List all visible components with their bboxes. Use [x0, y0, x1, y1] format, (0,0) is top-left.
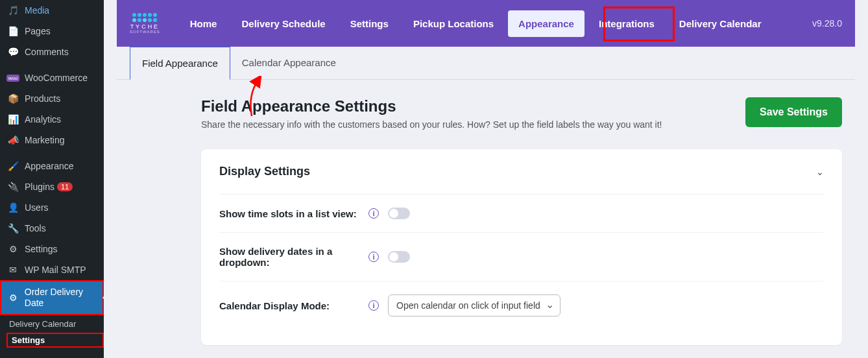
nav-settings[interactable]: Settings — [340, 10, 399, 37]
sidebar-label: Plugins — [25, 182, 54, 192]
save-settings-button[interactable]: Save Settings — [745, 97, 842, 127]
pages-icon: 📄 — [6, 26, 19, 36]
sidebar-item-comments[interactable]: 💬 Comments — [0, 42, 104, 62]
plugins-badge: 11 — [57, 182, 73, 191]
toggle-dropdown-dates[interactable] — [388, 251, 410, 263]
sidebar-item-tools[interactable]: 🔧 Tools — [0, 218, 104, 239]
setting-label: Show time slots in a list view: — [219, 208, 368, 219]
info-icon[interactable]: i — [368, 300, 379, 311]
marketing-icon: 📣 — [6, 135, 19, 145]
sidebar-label: Marketing — [25, 135, 64, 145]
panel-title: Display Settings — [219, 165, 310, 178]
calendar-mode-select[interactable]: Open calendar on click of input field — [388, 294, 561, 316]
sidebar-label: Appearance — [25, 161, 74, 171]
analytics-icon: 📊 — [6, 114, 19, 125]
sidebar-sub-settings[interactable]: Settings — [6, 333, 104, 348]
sidebar-item-wp-mail-smtp[interactable]: ✉ WP Mail SMTP — [0, 259, 104, 280]
sidebar-label: Analytics — [25, 114, 61, 125]
chevron-down-icon: ⌄ — [816, 167, 824, 177]
nav-pickup-locations[interactable]: Pickup Locations — [403, 10, 504, 37]
plugin-nav: Home Delivery Schedule Settings Pickup L… — [180, 10, 772, 37]
annotation-arrow — [136, 80, 868, 97]
wp-admin-sidebar: 🎵 Media 📄 Pages 💬 Comments woo WooCommer… — [0, 0, 104, 358]
arrow-icon — [247, 76, 272, 121]
sidebar-label: Users — [25, 202, 49, 213]
gear-icon: ⚙ — [8, 292, 19, 303]
sidebar-label: Products — [25, 93, 60, 104]
sidebar-sub-delivery-calendar[interactable]: Delivery Calendar — [0, 315, 104, 333]
plugins-icon: 🔌 — [6, 182, 19, 192]
appearance-icon: 🖌️ — [6, 161, 19, 171]
products-icon: 📦 — [6, 93, 19, 104]
sidebar-label: Order Delivery Date — [25, 287, 96, 309]
users-icon: 👤 — [6, 202, 19, 213]
subtabs: Field Appearance Calendar Appearance — [117, 47, 855, 80]
nav-home[interactable]: Home — [180, 10, 228, 37]
sidebar-item-marketing[interactable]: 📣 Marketing — [0, 130, 104, 150]
sidebar-label: Comments — [25, 47, 69, 57]
setting-row-calendar-mode: Calendar Display Mode: i Open calendar o… — [219, 281, 824, 329]
toggle-time-slots[interactable] — [388, 208, 410, 219]
woo-icon: woo — [6, 75, 19, 82]
display-settings-panel: Display Settings ⌄ Show time slots in a … — [201, 149, 842, 345]
sidebar-item-woocommerce[interactable]: woo WooCommerce — [0, 67, 104, 88]
sidebar-label: WooCommerce — [25, 73, 88, 83]
settings-icon: ⚙ — [6, 244, 19, 254]
nav-appearance[interactable]: Appearance — [508, 10, 585, 37]
nav-delivery-schedule[interactable]: Delivery Schedule — [231, 10, 335, 37]
subtab-field-appearance[interactable]: Field Appearance — [130, 47, 230, 80]
sidebar-label: WP Mail SMTP — [25, 265, 86, 275]
sidebar-item-media[interactable]: 🎵 Media — [0, 0, 104, 21]
tools-icon: 🔧 — [6, 223, 19, 233]
sidebar-label: Media — [25, 5, 49, 16]
nav-delivery-calendar[interactable]: Delivery Calendar — [669, 10, 772, 37]
sidebar-item-pages[interactable]: 📄 Pages — [0, 21, 104, 42]
sidebar-item-appearance[interactable]: 🖌️ Appearance — [0, 156, 104, 176]
sidebar-item-analytics[interactable]: 📊 Analytics — [0, 109, 104, 130]
comments-icon: 💬 — [6, 47, 19, 57]
main-content: TYCHE SOFTWARES Home Delivery Schedule S… — [104, 0, 868, 358]
panel-header[interactable]: Display Settings ⌄ — [219, 165, 824, 195]
media-icon: 🎵 — [6, 5, 19, 16]
setting-label: Show delivery dates in a dropdown: — [219, 246, 368, 268]
setting-label: Calendar Display Mode: — [219, 300, 368, 311]
nav-integrations[interactable]: Integrations — [588, 10, 665, 37]
mail-icon: ✉ — [6, 265, 19, 275]
sidebar-item-plugins[interactable]: 🔌 Plugins 11 — [0, 176, 104, 197]
info-icon[interactable]: i — [368, 208, 379, 219]
sidebar-item-settings[interactable]: ⚙ Settings — [0, 239, 104, 259]
plugin-topbar: TYCHE SOFTWARES Home Delivery Schedule S… — [117, 0, 855, 47]
sidebar-label: Pages — [25, 26, 51, 36]
setting-row-time-slots: Show time slots in a list view: i — [219, 195, 824, 233]
setting-row-dropdown-dates: Show delivery dates in a dropdown: i — [219, 233, 824, 281]
sidebar-item-products[interactable]: 📦 Products — [0, 88, 104, 109]
tyche-logo: TYCHE SOFTWARES — [130, 13, 160, 34]
subtab-calendar-appearance[interactable]: Calendar Appearance — [230, 47, 348, 79]
sidebar-label: Settings — [25, 244, 58, 254]
sidebar-item-users[interactable]: 👤 Users — [0, 197, 104, 218]
info-icon[interactable]: i — [368, 252, 379, 262]
sidebar-item-order-delivery-date[interactable]: ⚙ Order Delivery Date — [0, 280, 104, 315]
sidebar-label: Tools — [25, 223, 46, 233]
version-label: v9.28.0 — [812, 18, 842, 29]
